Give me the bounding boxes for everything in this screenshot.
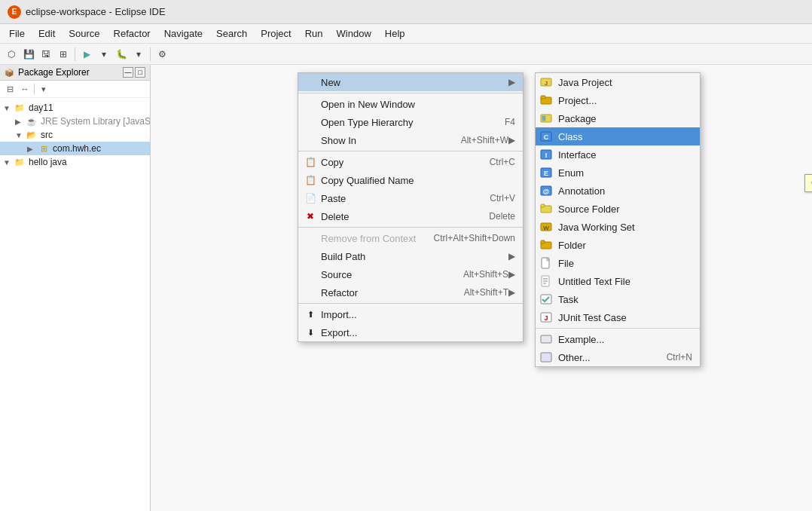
ctx-item-refactor[interactable]: Refactor Alt+Shift+T ▶	[298, 283, 523, 301]
app-icon: E	[8, 5, 21, 19]
ctx-item-remove-from-context[interactable]: Remove from Context Ctrl+Alt+Shift+Down	[298, 229, 523, 247]
ctx-shortcut-copy: Ctrl+C	[490, 157, 515, 167]
delete-icon: ✖	[304, 210, 316, 222]
sub-label-task: Task	[558, 294, 692, 305]
ctx-item-open-new-window[interactable]: Open in New Window	[298, 95, 523, 113]
ctx-shortcut-paste: Ctrl+V	[490, 193, 515, 203]
toolbar-btn-ext[interactable]: ⚙	[154, 46, 170, 63]
toolbar-btn-debug[interactable]: 🐛	[113, 46, 130, 63]
panel-title: Package Explorer	[18, 67, 90, 78]
ctx-item-build-path[interactable]: Build Path ▶	[298, 247, 523, 265]
svg-text:C: C	[544, 133, 549, 141]
menu-bar: FileEditSourceRefactorNavigateSearchProj…	[0, 24, 812, 44]
ctx-label-paste: Paste	[321, 193, 475, 204]
sub-item-untitled-text-file[interactable]: Untitled Text File	[536, 272, 700, 290]
svg-text:I: I	[545, 151, 548, 159]
ctx-label-export: Export...	[321, 327, 515, 338]
panel-icon: 📦	[5, 69, 14, 77]
sub-item-example[interactable]: Example...	[536, 330, 700, 348]
toolbar-btn-debug-drop[interactable]: ▾	[130, 46, 147, 63]
ctx-label-source: Source	[321, 269, 448, 280]
sub-icon-java-working-set: W	[540, 221, 552, 233]
svg-text:W: W	[543, 225, 549, 231]
ctx-item-delete[interactable]: ✖ Delete Delete	[298, 207, 523, 225]
view-menu-btn[interactable]: ▾	[37, 82, 50, 96]
ctx-item-open-type-hierarchy[interactable]: Open Type Hierarchy F4	[298, 113, 523, 131]
sub-sep-1	[536, 328, 700, 329]
ctx-sep-1	[298, 93, 523, 93]
panel-max-btn[interactable]: □	[135, 67, 145, 78]
sub-item-file[interactable]: File	[536, 254, 700, 272]
sub-item-junit-test-case[interactable]: J JUnit Test Case	[536, 308, 700, 326]
sub-label-annotation: Annotation	[558, 185, 692, 197]
sub-item-task[interactable]: Task	[536, 290, 700, 308]
toolbar-btn-saveall[interactable]: ⊞	[55, 46, 72, 63]
panel-minimize-btn[interactable]: —	[123, 67, 133, 78]
toolbar-btn-run[interactable]: ▶	[78, 46, 95, 63]
ctx-item-show-in[interactable]: Show In Alt+Shift+W ▶	[298, 131, 523, 149]
menu-item-window[interactable]: Window	[331, 26, 377, 41]
ctx-item-copy[interactable]: 📋 Copy Ctrl+C	[298, 153, 523, 171]
svg-rect-5	[542, 116, 545, 121]
panel-controls: — □	[123, 67, 145, 78]
menu-item-file[interactable]: File	[3, 26, 31, 41]
toolbar-btn-save2[interactable]: 🖫	[38, 46, 54, 63]
sub-icon-other	[540, 351, 552, 363]
tree-item-src[interactable]: ▼ 📂 src	[0, 128, 150, 142]
copy-icon: 📋	[304, 156, 316, 168]
ctx-label-remove-from-context: Remove from Context	[321, 233, 419, 244]
sub-item-other[interactable]: Other... Ctrl+N	[536, 348, 700, 366]
tree-item-jre[interactable]: ▶ ☕ JRE System Library [JavaSE-1	[0, 115, 150, 128]
menu-item-refactor[interactable]: Refactor	[108, 26, 157, 41]
tree-label-jre: JRE System Library [JavaSE-1	[41, 116, 150, 127]
sub-item-java-working-set[interactable]: W Java Working Set	[536, 218, 700, 236]
tree-view: ▼ 📁 day11 ▶ ☕ JRE System Library [JavaSE…	[0, 98, 150, 511]
menu-item-navigate[interactable]: Navigate	[158, 26, 209, 41]
collapse-all-btn[interactable]: ⊟	[3, 82, 17, 96]
panel-toolbar: ⊟ ↔ ▾	[0, 81, 150, 98]
tree-label-day11: day11	[29, 103, 53, 113]
sub-label-untitled-text-file: Untitled Text File	[558, 276, 692, 287]
sub-item-java-project[interactable]: J Java Project	[536, 73, 700, 91]
menu-item-source[interactable]: Source	[63, 26, 105, 41]
ctx-item-paste[interactable]: 📄 Paste Ctrl+V	[298, 189, 523, 207]
toolbar-btn-run-drop[interactable]: ▾	[96, 46, 112, 63]
tooltip: Create a Java class	[804, 174, 812, 192]
ctx-item-export[interactable]: ⬇ Export...	[298, 323, 523, 341]
menu-item-edit[interactable]: Edit	[32, 26, 61, 41]
sub-item-annotation[interactable]: @ Annotation	[536, 182, 700, 200]
ctx-label-copy-qualified-name: Copy Qualified Name	[321, 175, 515, 186]
sub-item-folder[interactable]: Folder	[536, 236, 700, 254]
sub-item-enum[interactable]: E Enum	[536, 164, 700, 182]
tree-item-com[interactable]: ▶ ⊞ com.hwh.ec	[0, 142, 150, 155]
ctx-item-copy-qualified-name[interactable]: 📋 Copy Qualified Name	[298, 171, 523, 189]
menu-item-help[interactable]: Help	[379, 26, 411, 41]
sub-item-source-folder[interactable]: Source Folder	[536, 200, 700, 218]
tree-item-hellojava[interactable]: ▼ 📁 hello java	[0, 155, 150, 169]
sub-label-java-project: Java Project	[558, 77, 692, 88]
tree-label-hellojava: hello java	[29, 157, 67, 167]
sub-item-interface[interactable]: I Interface	[536, 145, 700, 164]
ctx-item-import[interactable]: ⬆ Import...	[298, 305, 523, 323]
svg-text:@: @	[543, 188, 550, 195]
sub-item-class[interactable]: C Class	[536, 127, 700, 145]
sub-item-project[interactable]: Project...	[536, 91, 700, 109]
panel-header: 📦 Package Explorer — □	[0, 65, 150, 81]
sub-icon-task	[540, 293, 552, 305]
toolbar-btn-new[interactable]: ⬡	[3, 46, 20, 63]
sub-item-package[interactable]: Package	[536, 109, 700, 127]
ctx-item-new[interactable]: New ▶	[298, 73, 523, 91]
tree-arrow-day11: ▼	[3, 104, 14, 112]
tree-item-day11[interactable]: ▼ 📁 day11	[0, 101, 150, 115]
ctx-item-source[interactable]: Source Alt+Shift+S ▶	[298, 265, 523, 283]
sub-icon-source-folder	[540, 203, 552, 215]
sub-icon-class: C	[540, 130, 552, 142]
toolbar-btn-save[interactable]: 💾	[20, 46, 37, 63]
sub-label-project: Project...	[558, 95, 692, 106]
link-with-editor-btn[interactable]: ↔	[18, 82, 32, 96]
menu-item-project[interactable]: Project	[255, 26, 297, 41]
copy-qualified-icon: 📋	[304, 174, 316, 186]
ctx-label-open-type-hierarchy: Open Type Hierarchy	[321, 117, 490, 128]
menu-item-search[interactable]: Search	[210, 26, 253, 41]
menu-item-run[interactable]: Run	[299, 26, 329, 41]
